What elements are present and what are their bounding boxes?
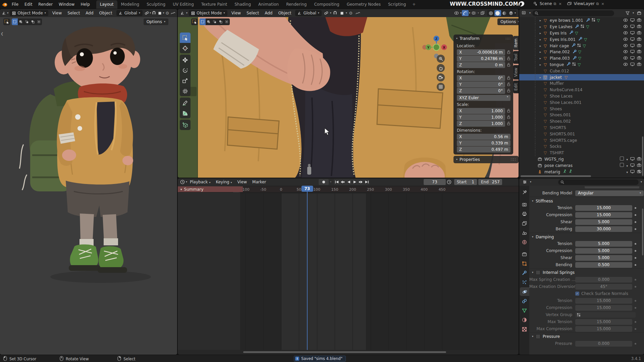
active-tool-button[interactable] [191, 18, 198, 25]
tool-select-box[interactable] [180, 33, 191, 43]
camera-view-button[interactable] [437, 73, 445, 81]
tool-move[interactable] [180, 55, 191, 65]
lock-icon[interactable] [507, 56, 511, 61]
outliner-item[interactable]: pose cameras ▾ [519, 162, 644, 169]
camera-toggle-icon[interactable] [637, 31, 641, 36]
animate-dot[interactable] [635, 257, 636, 259]
properties-tab-object[interactable] [520, 259, 529, 268]
lock-icon[interactable] [507, 88, 511, 94]
mode-dropdown[interactable]: Object Mode▾ [189, 10, 227, 16]
animate-dot[interactable] [635, 214, 636, 216]
transform-field-rotation-z[interactable]: Z0° [457, 88, 505, 94]
viewport-menu-view[interactable]: View [229, 10, 244, 16]
workspace-tab-sculpting[interactable]: Sculpting [143, 0, 169, 9]
section-checkbox[interactable] [536, 270, 540, 275]
animate-dot[interactable] [635, 228, 636, 230]
mod-badge-icon[interactable] [577, 44, 581, 48]
field-tension[interactable]: 5.000 [575, 241, 632, 247]
outliner-item-label[interactable]: jacket [550, 75, 562, 80]
properties-tab-data[interactable] [520, 306, 529, 315]
camera-toggle-icon[interactable] [637, 44, 641, 48]
camera-toggle-icon[interactable] [637, 56, 641, 61]
timeline-canvas[interactable] [240, 193, 519, 350]
wrench-badge-icon[interactable] [586, 18, 590, 23]
n-panel-tab-view[interactable]: View [513, 65, 519, 79]
select-mode-subtract[interactable] [24, 18, 30, 25]
eye-toggle-icon[interactable] [623, 44, 628, 48]
navigation-gizmo[interactable]: Z Y X [422, 34, 451, 64]
mode-dropdown[interactable]: Object Mode▾ [10, 10, 48, 16]
outliner-item[interactable]: ▽ Shoes [519, 106, 644, 112]
outliner-item[interactable]: ▸ ▽ eye brows 1.001 ▽ [519, 17, 644, 24]
workspace-tab-rendering[interactable]: Rendering [282, 0, 310, 9]
outliner-item[interactable]: ▸ ▽ Eyes Iris.001 ▽ [519, 36, 644, 43]
outliner-item-label[interactable]: Shoe Laces [550, 94, 573, 99]
workspace-tab-shading[interactable]: Shading [231, 0, 255, 9]
transform-field-rotation-x[interactable]: X0° [457, 75, 505, 81]
animate-dot[interactable] [635, 264, 636, 266]
field-pressure[interactable]: 0.000 [575, 341, 632, 347]
wrench-badge-icon[interactable] [569, 31, 573, 36]
outliner-display-mode-icon[interactable] [521, 10, 528, 16]
outliner-item-label[interactable]: Hair cage [550, 44, 569, 48]
tool-measure[interactable] [180, 108, 191, 118]
toolbar-expand-icon[interactable]: ❮ [1, 32, 3, 36]
eye-toggle-icon[interactable] [623, 50, 628, 54]
wrench-badge-icon[interactable] [575, 24, 579, 29]
outliner-item[interactable]: ▸ ▽ Hair cage ▽ [519, 43, 644, 49]
properties-tab-collection[interactable] [520, 250, 529, 258]
animate-dot[interactable] [635, 279, 636, 281]
viewport-menu-select[interactable]: Select [244, 10, 262, 16]
outliner-item-label[interactable]: TSHIRT [550, 150, 564, 155]
camera-toggle-icon[interactable] [637, 37, 641, 42]
outliner-item[interactable]: ▽ SHORTS [519, 125, 644, 131]
falloff-curve-icon[interactable] [170, 10, 176, 16]
lock-icon[interactable] [507, 50, 511, 55]
viewlayer-remove-icon[interactable]: × [600, 2, 605, 6]
viewport-menu-view[interactable]: View [50, 10, 64, 16]
falloff-curve-icon[interactable] [355, 10, 361, 16]
eye-toggle-icon[interactable] [623, 18, 628, 23]
properties-search-input[interactable] [558, 179, 639, 185]
saved-report[interactable]: i Saved "sims 4.blend" [294, 356, 346, 362]
field-max-creation-diversion[interactable]: 45° [575, 284, 632, 290]
transform-field-location-x[interactable]: X-0.000616 m [457, 49, 505, 55]
outliner-item-label[interactable]: metarig [544, 170, 560, 174]
gizmo-toggle-icon[interactable] [462, 10, 469, 16]
data-badge-icon[interactable]: ▽ [583, 44, 586, 48]
outliner-item-label[interactable]: Eyes Iris [550, 31, 567, 36]
outliner-vertical-scrollbar[interactable] [642, 136, 643, 176]
chevron-toggle-icon[interactable]: ▾ [626, 170, 628, 174]
field-bending[interactable]: 0.500 [575, 262, 632, 268]
outliner-item[interactable]: ▽ Cube.012 [519, 68, 644, 74]
viewport-left-body[interactable]: Options▾ ❮ [0, 17, 177, 355]
screen-toggle-icon[interactable] [630, 18, 635, 23]
timeline-menu-playback[interactable]: Playback ▾ [187, 179, 213, 185]
n-panel-tab-tool[interactable]: Tool [513, 51, 519, 64]
eye-toggle-icon[interactable] [623, 56, 628, 61]
outliner-item[interactable]: ▽ Shoe Laces.001 [519, 99, 644, 106]
field-shear[interactable]: 5.000 [575, 219, 632, 225]
select-mode-extend[interactable] [18, 18, 24, 25]
tool-add-cube[interactable] [180, 120, 191, 130]
chevron-toggle-icon[interactable]: ▾ [626, 163, 628, 168]
select-mode-set[interactable] [12, 18, 18, 25]
screen-toggle-icon[interactable] [630, 24, 635, 29]
outliner-item-label[interactable]: Shoes.001 [550, 113, 571, 117]
outliner-item[interactable]: ▽ SHORTS.001 [519, 131, 644, 137]
animate-dot[interactable] [635, 328, 636, 330]
field-max-tension[interactable]: 15.000 [575, 319, 632, 325]
properties-tab-material[interactable] [520, 315, 529, 324]
camera-toggle-icon[interactable] [637, 24, 641, 29]
screen-toggle-icon[interactable] [630, 56, 635, 61]
shading-wireframe-icon[interactable] [488, 10, 494, 16]
screen-toggle-icon[interactable] [630, 31, 635, 36]
outliner-item[interactable]: ▸ ▽ Plane.003 ▽ [519, 55, 644, 62]
select-mode-intersect[interactable] [36, 18, 42, 25]
section-stiffness[interactable]: ▾ Stiffness [529, 197, 644, 204]
summary-channel[interactable]: ▾ Summary [178, 186, 243, 192]
screen-toggle-icon[interactable] [630, 50, 635, 54]
field-bending[interactable]: 30.000 [575, 226, 632, 232]
data-badge-icon[interactable]: ▽ [578, 56, 581, 61]
tool-annotate[interactable] [180, 98, 191, 108]
